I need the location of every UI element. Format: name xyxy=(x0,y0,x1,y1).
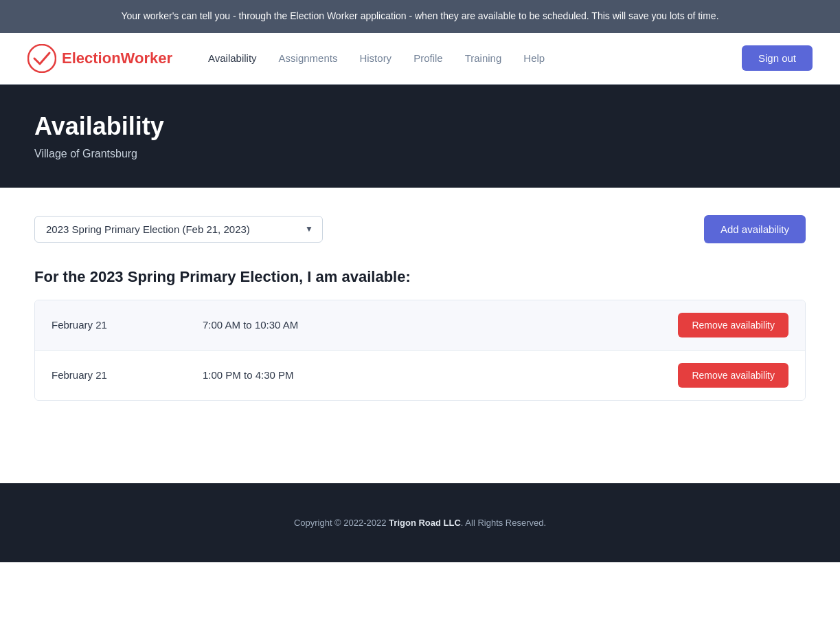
table-row: February 21 7:00 AM to 10:30 AM Remove a… xyxy=(35,300,805,351)
availability-table: February 21 7:00 AM to 10:30 AM Remove a… xyxy=(34,300,806,401)
availability-time-1: 7:00 AM to 10:30 AM xyxy=(203,319,678,331)
footer-company: Trigon Road LLC xyxy=(389,518,461,528)
navbar: ElectionWorker Availability Assignments … xyxy=(0,33,840,85)
nav-assignments[interactable]: Assignments xyxy=(271,47,346,69)
election-dropdown[interactable]: 2023 Spring Primary Election (Feb 21, 20… xyxy=(34,216,323,243)
election-select-wrapper: 2023 Spring Primary Election (Feb 21, 20… xyxy=(34,216,323,243)
remove-availability-button-2[interactable]: Remove availability xyxy=(678,363,788,388)
nav-links: Availability Assignments History Profile… xyxy=(200,47,742,69)
sign-out-button[interactable]: Sign out xyxy=(742,45,813,71)
hero-subtitle: Village of Grantsburg xyxy=(34,148,806,160)
logo-icon xyxy=(27,44,56,73)
nav-history[interactable]: History xyxy=(351,47,400,69)
nav-profile[interactable]: Profile xyxy=(405,47,451,69)
logo-worker: Worker xyxy=(121,49,172,67)
table-row: February 21 1:00 PM to 4:30 PM Remove av… xyxy=(35,351,805,400)
nav-training[interactable]: Training xyxy=(457,47,510,69)
info-banner: Your worker's can tell you - through the… xyxy=(0,0,840,33)
svg-point-0 xyxy=(28,45,56,72)
add-availability-button[interactable]: Add availability xyxy=(704,215,806,243)
nav-help[interactable]: Help xyxy=(515,47,553,69)
footer-text: Copyright © 2022-2022 Trigon Road LLC. A… xyxy=(294,518,546,528)
availability-date-2: February 21 xyxy=(52,369,203,381)
footer-suffix: . All Rights Reserved. xyxy=(461,518,546,528)
section-heading: For the 2023 Spring Primary Election, I … xyxy=(34,268,806,286)
page-title: Availability xyxy=(34,112,806,141)
availability-date-1: February 21 xyxy=(52,319,203,331)
main-content: 2023 Spring Primary Election (Feb 21, 20… xyxy=(0,188,840,428)
controls-row: 2023 Spring Primary Election (Feb 21, 20… xyxy=(34,215,806,243)
banner-text: Your worker's can tell you - through the… xyxy=(121,10,718,21)
hero-section: Availability Village of Grantsburg xyxy=(0,85,840,188)
footer-prefix: Copyright © 2022-2022 xyxy=(294,518,389,528)
logo-election: Election xyxy=(62,49,121,67)
logo[interactable]: ElectionWorker xyxy=(27,44,172,73)
logo-text: ElectionWorker xyxy=(62,49,172,67)
availability-time-2: 1:00 PM to 4:30 PM xyxy=(203,369,678,381)
remove-availability-button-1[interactable]: Remove availability xyxy=(678,313,788,337)
nav-availability[interactable]: Availability xyxy=(200,47,265,69)
footer: Copyright © 2022-2022 Trigon Road LLC. A… xyxy=(0,483,840,562)
